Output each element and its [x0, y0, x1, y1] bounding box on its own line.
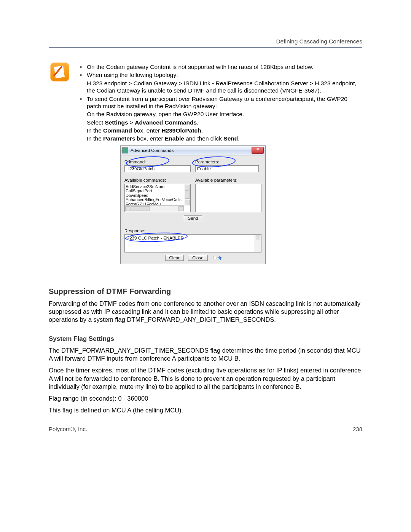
close-icon[interactable]: [252, 147, 264, 154]
clear-button[interactable]: Clear: [165, 255, 184, 261]
parameters-label: Parameters:: [195, 159, 261, 165]
bullet-1: On the Codian gateway Content is not sup…: [78, 63, 362, 70]
sub-step-1: On the Radvision gateway, open the GWP20…: [87, 110, 362, 118]
bullet-3: To send Content from a participant over …: [78, 95, 362, 142]
divider: [49, 47, 362, 48]
note-icon: [50, 62, 69, 81]
bullet-3-text: To send Content from a participant over …: [87, 96, 347, 109]
body-paragraph: Forwarding of the DTMF codes from one co…: [49, 300, 362, 324]
advanced-commands-dialog: Advanced Commands Command: Parameters:: [120, 145, 266, 264]
available-commands-label: Available commands:: [124, 177, 191, 183]
list-item[interactable]: CallSignalPort: [126, 189, 182, 193]
bullet-2-sub: H.323 endpoint > Codian Gateway > ISDN L…: [87, 80, 362, 94]
send-button[interactable]: Send: [184, 215, 202, 221]
bullet-2: When using the following topology: H.323…: [78, 71, 362, 94]
footer-company: Polycom®, Inc.: [49, 426, 87, 432]
available-commands-list[interactable]: AddService2SrcNum CallSignalPort DownSpe…: [124, 184, 191, 212]
response-text: H239 OLC Patch - ENABLED: [126, 236, 184, 240]
bullet-2-text: When using the following topology:: [87, 72, 178, 78]
body-paragraph: Flag range (in seconds): 0 - 360000: [49, 395, 362, 403]
command-input[interactable]: [124, 165, 191, 172]
parameters-input[interactable]: [195, 165, 259, 172]
body-paragraph: This flag is defined on MCU A (the calli…: [49, 406, 362, 414]
help-link[interactable]: Help: [213, 256, 223, 260]
sub-step-4: In the Parameters box, enter Enable and …: [87, 135, 362, 142]
response-label: Response:: [124, 228, 261, 233]
sub-step-2: Select Settings > Advanced Commands.: [87, 119, 362, 126]
subsection-heading: System Flag Settings: [49, 335, 362, 343]
dialog-title: Advanced Commands: [131, 148, 252, 153]
available-parameters-list[interactable]: [195, 184, 261, 212]
command-label: Command:: [124, 159, 191, 165]
section-heading: Suppression of DTMF Forwarding: [49, 287, 362, 296]
close-button[interactable]: Close: [188, 255, 207, 261]
available-parameters-label: Available parameters:: [195, 177, 261, 183]
page-number: 238: [353, 426, 362, 432]
body-paragraph: Once the timer expires, most of the DTMF…: [49, 366, 362, 390]
app-icon: [122, 147, 128, 153]
scrollbar-horizontal[interactable]: [125, 205, 184, 212]
sub-step-3: In the Command box, enter H239OlcPatch.: [87, 127, 362, 134]
scrollbar-vertical[interactable]: [184, 184, 190, 206]
notes-block: On the Codian gateway Content is not sup…: [78, 63, 362, 264]
list-item[interactable]: EnhancedBillingForVoiceCalls: [126, 198, 182, 202]
body-paragraph: The DTMF_FORWARD_ANY_DIGIT_TIMER_SECONDS…: [49, 347, 362, 363]
scrollbar-vertical[interactable]: [255, 235, 261, 252]
header-title: Defining Cascading Conferences: [276, 38, 362, 45]
response-box: H239 OLC Patch - ENABLED: [124, 234, 261, 252]
